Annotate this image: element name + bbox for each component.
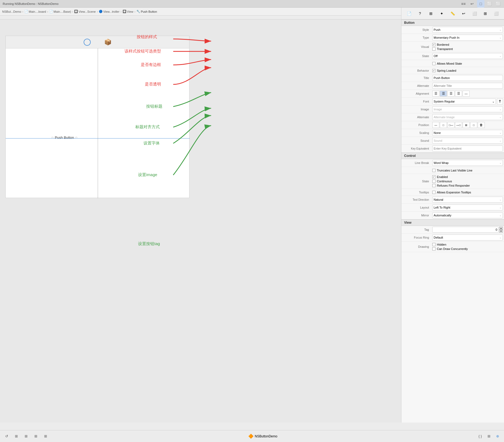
pos-btn-0[interactable]: — [432,122,439,128]
title-input[interactable] [432,75,503,81]
bottom-icon-cycle[interactable]: ↺ [3,433,10,440]
insp-grid-icon[interactable]: ⊞ [427,10,435,17]
enabled-checkbox[interactable] [432,175,436,179]
scaling-label: Scaling [401,131,431,134]
tag-row: Tag ▲ ▼ [401,226,504,234]
tag-input[interactable] [432,227,499,233]
toolbar-icon-undo[interactable]: ↩ [468,0,476,8]
key-equiv-input[interactable] [432,146,503,151]
circle-blue-icon [84,39,91,46]
bc-4[interactable]: 🔵 [99,10,103,13]
pos-btn-2[interactable]: □— [447,122,454,128]
allows-expansion-checkbox[interactable] [432,191,436,194]
font-select-field[interactable]: System Regular ⌄ [432,98,496,104]
sound-chevron-icon: ⌄ [499,139,502,142]
bottom-right-icon-2[interactable]: ⊞ [485,433,493,440]
truncates-label: Truncates Last Visible Line [437,169,472,172]
line-break-row: Line Break Word Wrap ⌄ [401,159,504,167]
pos-btn-5[interactable]: □ [470,122,477,128]
alignment-buttons: ☰ ☰ ☰ ☰ — [432,91,503,97]
continuous-row: Continuous [432,179,503,183]
ann-tag: 设置按钮tag [138,241,160,246]
bordered-label: Bordered [437,43,449,46]
insp-rect-icon[interactable]: ⬜ [471,10,478,17]
align-left-btn[interactable]: ☰ [432,91,439,97]
pos-btn-4[interactable]: ⊞ [463,122,470,128]
bc-2[interactable]: 📄 [49,10,53,13]
type-select[interactable]: Momentary Push In ⌄ [432,35,503,41]
insp-grid2-icon[interactable]: ⊞ [482,10,489,17]
can-draw-row: Can Draw Concurrently [432,247,503,251]
font-T-button[interactable]: T [497,98,503,104]
pos-btn-3[interactable]: —□ [455,122,462,128]
pos-btn-1[interactable]: □ [440,122,447,128]
image-chevron-icon: ⌄ [499,108,502,111]
insp-file-icon[interactable]: 📄 [405,10,413,17]
toolbar-icon-split[interactable]: ⬜ [486,0,493,8]
bc-0[interactable]: NSBut...Demo [2,10,21,13]
mirror-label: Mirror [401,214,431,217]
text-direction-select[interactable]: Natural ⌄ [432,197,503,203]
allows-mixed-state-checkbox[interactable] [432,62,436,65]
bc-4-text: View...troller [103,10,119,13]
align-justify-btn[interactable]: ☰ [455,91,462,97]
push-button-element[interactable]: □ Push Button □ [52,136,77,140]
bottom-right-icon-3[interactable]: ⊕ [494,433,501,440]
style-select[interactable]: Push ⌄ [432,27,503,33]
view-controller-box: 📦 □ Push Button □ [5,36,189,198]
align-natural-btn[interactable]: — [463,91,470,97]
bc-3[interactable]: 🔲 [74,10,78,13]
mirror-select[interactable]: Automatically ⌄ [432,212,503,218]
bottom-icon-grid1[interactable]: ⊞ [12,433,20,440]
scaling-select[interactable]: None ⌄ [432,130,503,136]
sound-select[interactable]: Sound ⌄ [432,138,503,144]
focus-ring-select[interactable]: Default ⌄ [432,235,503,240]
refuses-responder-checkbox[interactable] [432,184,436,187]
transparent-checkbox[interactable] [432,47,436,51]
hidden-checkbox[interactable] [432,243,436,246]
alternate-image-select[interactable]: Alternate Image ⌄ [432,114,503,120]
breadcrumb: NSBut...Demo › 📄 Main....board › 📄 Main.… [0,8,401,16]
bottom-icon-grid4[interactable]: ⊞ [42,433,49,440]
pos-btn-6[interactable]: 🗑 [478,122,485,128]
title-row: Title [401,74,504,82]
spring-loaded-checkbox[interactable] [432,69,436,72]
alternate-image-row: Alternate Alternate Image ⌄ [401,113,504,121]
toolbar-icon-full[interactable]: ⬜ [494,0,502,8]
line-break-select[interactable]: Word Wrap ⌄ [432,160,503,166]
insp-arrow-icon[interactable]: ↩ [460,10,467,17]
continuous-checkbox[interactable] [432,180,436,183]
bc-1[interactable]: 📄 [24,10,28,13]
layout-select[interactable]: Left To Right ⌄ [432,204,503,210]
bordered-checkbox[interactable] [432,43,436,46]
insp-wand-icon[interactable]: ✦ [438,10,446,17]
bottom-icon-grid3[interactable]: ⊞ [32,433,40,440]
behavior-label: Behavior [401,69,431,72]
insp-rect2-icon[interactable]: ⬜ [493,10,500,17]
align-center-btn[interactable]: ☰ [440,91,447,97]
insp-ruler-icon[interactable]: 📏 [449,10,456,17]
truncates-checkbox[interactable] [432,169,436,172]
bottom-right-icon-1[interactable]: { } [476,433,484,440]
spring-loaded-label: Spring Loaded [437,69,456,72]
tag-stepper[interactable]: ▲ ▼ [499,227,503,233]
focus-ring-chevron-icon: ⌄ [499,236,502,239]
tag-stepper-up[interactable]: ▲ [499,227,503,230]
toolbar-icon-align[interactable]: ≡≡ [460,0,467,8]
button-section-header: Button [401,19,504,26]
enabled-label: Enabled [437,175,448,179]
align-right-btn[interactable]: ☰ [447,91,454,97]
bc-5[interactable]: 🔲 [123,10,126,13]
state-select[interactable]: Off ⌄ [432,53,503,59]
toolbar-icon-redo[interactable]: □ [477,0,485,8]
image-select[interactable]: Image ⌄ [432,106,503,112]
tag-label: Tag [401,228,431,231]
tooltips-label: Tooltips [401,191,431,194]
allows-expansion-row: Allows Expansion Tooltips [432,190,503,194]
tag-stepper-down[interactable]: ▼ [499,230,503,233]
bottom-icon-grid2[interactable]: ⊞ [22,433,30,440]
text-direction-label: Text Direction [401,198,431,201]
alternate-title-input[interactable] [432,83,503,89]
insp-help-icon[interactable]: ? [416,10,424,17]
can-draw-checkbox[interactable] [432,247,436,250]
